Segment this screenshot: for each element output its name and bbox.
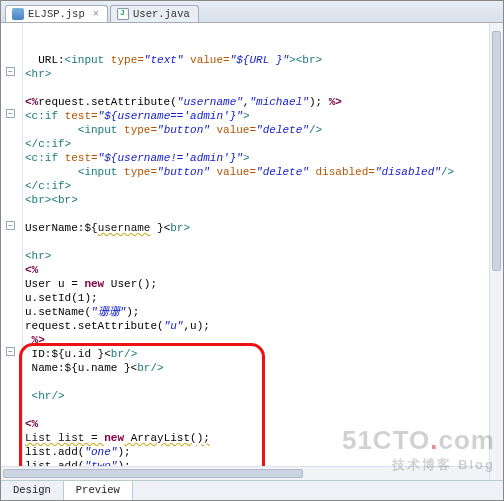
tab-preview[interactable]: Preview [64, 481, 133, 500]
tab-design[interactable]: Design [1, 481, 64, 500]
tab-label: User.java [133, 8, 190, 20]
code-editor[interactable]: − − − − URL:<input type="text" value="${… [1, 23, 503, 480]
gutter: − − − − [1, 23, 23, 480]
editor-mode-tabs: Design Preview [1, 480, 503, 500]
tab-label: ELJSP.jsp [28, 8, 85, 20]
fold-icon[interactable]: − [6, 67, 15, 76]
tab-eljsp[interactable]: ELJSP.jsp × [5, 5, 108, 22]
horizontal-scrollbar[interactable] [1, 466, 489, 480]
editor-tabbar: ELJSP.jsp × User.java [1, 1, 503, 23]
fold-icon[interactable]: − [6, 347, 15, 356]
scrollbar-thumb[interactable] [492, 31, 501, 271]
fold-icon[interactable]: − [6, 109, 15, 118]
close-icon[interactable]: × [93, 8, 99, 20]
java-file-icon [117, 8, 129, 20]
tab-userjava[interactable]: User.java [110, 5, 199, 22]
jsp-file-icon [12, 8, 24, 20]
fold-icon[interactable]: − [6, 221, 15, 230]
code-area[interactable]: URL:<input type="text" value="${URL }"><… [23, 23, 503, 480]
vertical-scrollbar[interactable] [489, 23, 503, 480]
scrollbar-thumb[interactable] [3, 469, 303, 478]
